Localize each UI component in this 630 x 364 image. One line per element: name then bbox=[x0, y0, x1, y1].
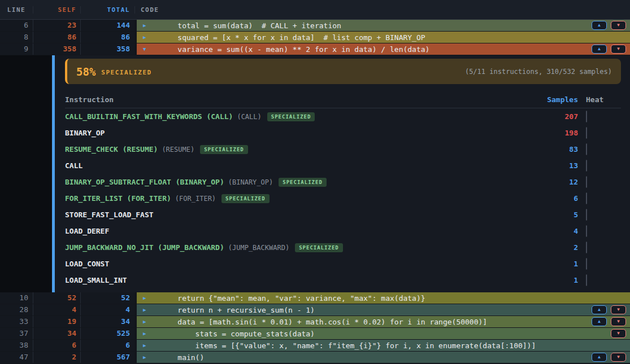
opcode-name: LOAD_DEREF bbox=[65, 227, 109, 235]
expand-icon: ▶ bbox=[143, 354, 160, 360]
instruction-row: LOAD_DEREF 4 bbox=[65, 223, 621, 239]
code-line-row[interactable]: ▶ squared = [x * x for x in data] # list… bbox=[137, 32, 630, 43]
code-text: squared = [x * x for x in data] # list c… bbox=[160, 33, 425, 42]
move-down-button[interactable]: ▼ bbox=[611, 45, 626, 54]
opcode-family: (JUMP_BACKWARD) bbox=[228, 244, 289, 252]
specialization-summary-banner: 58% SPECIALIZED (5/11 instructions, 310/… bbox=[65, 59, 621, 84]
opcode-name: FOR_ITER_LIST (FOR_ITER) bbox=[65, 194, 171, 203]
total-samples: 86 bbox=[80, 32, 134, 43]
opcode-family: (RESUME) bbox=[162, 146, 194, 154]
code-text: stats = compute_stats(data) bbox=[160, 330, 315, 338]
instruction-table: Instruction Samples Heat CALL_BUILTIN_FA… bbox=[65, 91, 621, 288]
specialized-badge: SPECIALIZED bbox=[295, 243, 343, 252]
total-samples: 6 bbox=[80, 340, 134, 351]
code-text: return {"mean": mean, "var": variance, "… bbox=[160, 294, 425, 302]
code-line-row-expanded[interactable]: ▼ variance = sum((x - mean) ** 2 for x i… bbox=[137, 43, 630, 55]
specialized-percent: 58% bbox=[76, 65, 95, 78]
move-up-button[interactable]: ▲ bbox=[592, 45, 607, 54]
specialized-label: SPECIALIZED bbox=[101, 69, 151, 76]
expand-icon: ▶ bbox=[143, 34, 160, 40]
heat-bar bbox=[586, 258, 587, 270]
total-samples: 144 bbox=[80, 20, 134, 31]
heat-bar bbox=[586, 143, 587, 155]
arrow-up-icon: ▲ bbox=[597, 319, 602, 324]
heat-column-header: Heat bbox=[578, 95, 621, 104]
sample-count: 2 bbox=[527, 243, 578, 252]
move-up-button[interactable]: ▲ bbox=[592, 21, 607, 30]
move-up-button[interactable]: ▲ bbox=[592, 353, 607, 362]
self-samples: 23 bbox=[33, 20, 80, 31]
code-line-row[interactable]: ▶ data = [math.sin(i * 0.01) + math.cos(… bbox=[137, 316, 630, 327]
code-text: main() bbox=[160, 353, 204, 362]
code-line-row[interactable]: ▶ main() ▲ ▼ bbox=[137, 352, 630, 363]
expand-icon: ▶ bbox=[143, 343, 160, 348]
samples-column-header: Samples bbox=[527, 95, 578, 104]
code-text: variance = sum((x - mean) ** 2 for x in … bbox=[160, 45, 429, 54]
instruction-row: LOAD_CONST 1 bbox=[65, 256, 621, 272]
move-down-button[interactable]: ▼ bbox=[611, 317, 626, 326]
total-samples: 567 bbox=[80, 352, 134, 363]
sample-count: 198 bbox=[527, 129, 578, 137]
table-row: 6 23 144 ▶ total = sum(data) # CALL + it… bbox=[0, 20, 630, 31]
opcode-family: (BINARY_OP) bbox=[228, 178, 273, 186]
sample-count: 5 bbox=[527, 210, 578, 219]
opcode-name: JUMP_BACKWARD_NO_JIT (JUMP_BACKWARD) bbox=[65, 243, 224, 252]
heat-bar bbox=[586, 209, 587, 221]
instruction-row: CALL 13 bbox=[65, 157, 621, 174]
self-samples: 2 bbox=[33, 352, 80, 363]
opcode-name: STORE_FAST_LOAD_FAST bbox=[65, 210, 154, 219]
code-line-row[interactable]: ▶ items = [{"value": x, "name": f"item_{… bbox=[137, 340, 630, 351]
code-line-row[interactable]: ▶ return {"mean": mean, "var": variance,… bbox=[137, 292, 630, 304]
code-line-row[interactable]: ▶ stats = compute_stats(data) ▼ bbox=[137, 328, 630, 339]
table-row: 38 6 6 ▶ items = [{"value": x, "name": f… bbox=[0, 340, 630, 351]
column-header-line: LINE bbox=[0, 6, 33, 14]
table-row: 47 2 567 ▶ main() ▲ ▼ bbox=[0, 352, 630, 363]
arrow-down-icon: ▼ bbox=[616, 308, 621, 312]
line-number: 10 bbox=[0, 292, 33, 304]
code-text: data = [math.sin(i * 0.01) + math.cos(i … bbox=[160, 318, 487, 326]
opcode-name: CALL bbox=[65, 161, 82, 170]
sample-count: 6 bbox=[527, 194, 578, 203]
move-down-button[interactable]: ▼ bbox=[611, 305, 626, 314]
table-row: 33 19 34 ▶ data = [math.sin(i * 0.01) + … bbox=[0, 316, 630, 327]
column-header-total: TOTAL bbox=[80, 6, 134, 14]
total-samples: 525 bbox=[80, 328, 134, 339]
table-row: 28 4 4 ▶ return n + recursive_sum(n - 1)… bbox=[0, 304, 630, 315]
instruction-row: LOAD_SMALL_INT 1 bbox=[65, 272, 621, 288]
sample-count: 83 bbox=[527, 145, 578, 154]
self-samples: 52 bbox=[33, 292, 80, 304]
total-samples: 52 bbox=[80, 292, 134, 304]
move-down-button[interactable]: ▼ bbox=[611, 329, 626, 338]
arrow-down-icon: ▼ bbox=[616, 47, 621, 51]
column-header-code: CODE bbox=[134, 6, 630, 14]
heat-bar bbox=[586, 160, 587, 172]
instruction-row: FOR_ITER_LIST (FOR_ITER)(FOR_ITER)SPECIA… bbox=[65, 190, 621, 207]
arrow-down-icon: ▼ bbox=[616, 355, 621, 359]
opcode-name: BINARY_OP_SUBTRACT_FLOAT (BINARY_OP) bbox=[65, 178, 224, 186]
total-samples: 358 bbox=[80, 43, 134, 55]
expand-icon: ▶ bbox=[143, 319, 160, 324]
move-up-button[interactable]: ▲ bbox=[592, 317, 607, 326]
table-row: 37 34 525 ▶ stats = compute_stats(data) … bbox=[0, 328, 630, 339]
line-number: 47 bbox=[0, 352, 33, 363]
line-number: 8 bbox=[0, 32, 33, 43]
arrow-down-icon: ▼ bbox=[616, 23, 621, 28]
expand-icon: ▶ bbox=[143, 295, 160, 301]
instruction-row: JUMP_BACKWARD_NO_JIT (JUMP_BACKWARD)(JUM… bbox=[65, 239, 621, 256]
instruction-row: BINARY_OP 198 bbox=[65, 125, 621, 141]
line-number: 9 bbox=[0, 43, 33, 55]
code-line-row[interactable]: ▶ return n + recursive_sum(n - 1) ▲ ▼ bbox=[137, 304, 630, 315]
code-text: items = [{"value": x, "name": f"item_{i}… bbox=[160, 341, 536, 350]
sample-count: 13 bbox=[527, 161, 578, 170]
total-samples: 34 bbox=[80, 316, 134, 327]
move-down-button[interactable]: ▼ bbox=[611, 353, 626, 362]
collapse-icon: ▼ bbox=[143, 46, 160, 52]
move-up-button[interactable]: ▲ bbox=[592, 305, 607, 314]
sample-count: 12 bbox=[527, 178, 578, 186]
arrow-down-icon: ▼ bbox=[616, 319, 621, 324]
move-down-button[interactable]: ▼ bbox=[611, 21, 626, 30]
instruction-row: STORE_FAST_LOAD_FAST 5 bbox=[65, 207, 621, 223]
code-line-row[interactable]: ▶ total = sum(data) # CALL + iteration ▲… bbox=[137, 20, 630, 31]
specialized-badge: SPECIALIZED bbox=[200, 145, 248, 154]
arrow-up-icon: ▲ bbox=[597, 47, 602, 51]
